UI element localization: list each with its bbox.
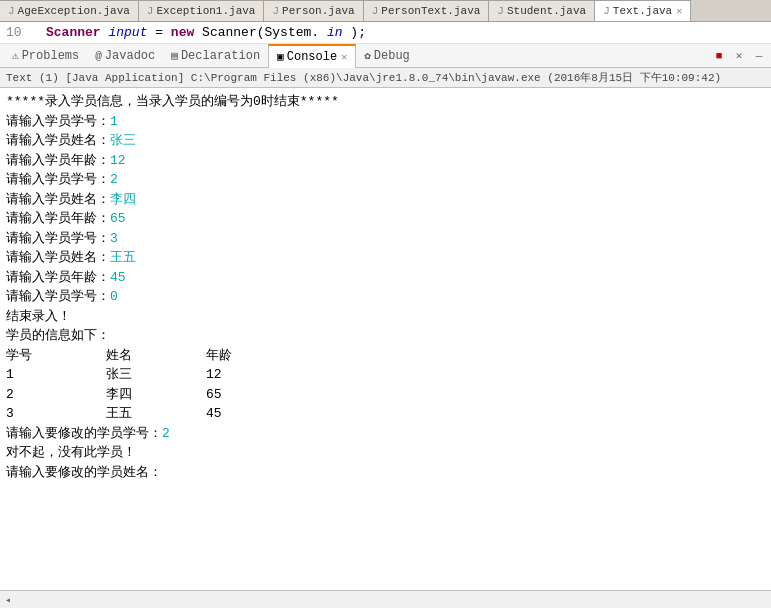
console-line-10: 请输入学员学号：0 [6,287,765,307]
console-output[interactable]: *****录入学员信息，当录入学员的编号为0时结束***** 请输入学员学号：1… [0,88,771,590]
java-icon: J [147,5,154,17]
java-icon: J [497,5,504,17]
console-line-2: 请输入学员姓名：张三 [6,131,765,151]
debug-icon: ✿ [364,49,371,62]
minimize-console-button[interactable]: — [751,48,767,64]
javadoc-icon: @ [95,50,102,62]
declaration-label: Declaration [181,49,260,63]
line-number: 10 [6,25,36,40]
code-line: 10 Scanner input = new Scanner(System. i… [0,22,771,44]
debug-label: Debug [374,49,410,63]
code-var-input: input [108,25,147,40]
tab-bar: J AgeException.java J Exception1.java J … [0,0,771,22]
tab-exception1[interactable]: J Exception1.java [139,0,265,22]
problems-label: Problems [22,49,80,63]
table-row-2: 2 李四 65 [6,385,765,405]
console-line-not-found: 对不起，没有此学员！ [6,443,765,463]
tab-declaration[interactable]: ▤ Declaration [163,44,268,68]
tab-person[interactable]: J Person.java [264,0,363,22]
console-wrapper: *****录入学员信息，当录入学员的编号为0时结束***** 请输入学员学号：1… [0,88,771,590]
tab-problems[interactable]: ⚠ Problems [4,44,87,68]
declaration-icon: ▤ [171,49,178,62]
console-line-modify-id: 请输入要修改的学员学号：2 [6,424,765,444]
java-icon: J [372,5,379,17]
tab-label: Exception1.java [156,5,255,17]
java-icon: J [272,5,279,17]
table-row-3: 3 王五 45 [6,404,765,424]
console-line-8: 请输入学员姓名：王五 [6,248,765,268]
tab-label: AgeException.java [18,5,130,17]
table-row-1: 1 张三 12 [6,365,765,385]
console-line-4: 请输入学员学号：2 [6,170,765,190]
code-keyword-new: new [171,25,194,40]
console-line-3: 请输入学员年龄：12 [6,151,765,171]
console-line-modify-name: 请输入要修改的学员姓名： [6,463,765,483]
tab-label: Person.java [282,5,355,17]
problems-icon: ⚠ [12,49,19,62]
tab-text[interactable]: J Text.java ✕ [595,0,691,22]
scroll-left-button[interactable]: ◂ [0,592,16,608]
tab-label: Text.java [613,5,672,17]
code-keyword-scanner: Scanner [46,25,101,40]
console-line-6: 请输入学员年龄：65 [6,209,765,229]
tab-javadoc[interactable]: @ Javadoc [87,44,163,68]
console-line-9: 请输入学员年龄：45 [6,268,765,288]
tab-age-exception[interactable]: J AgeException.java [0,0,139,22]
bottom-scroll-bar: ◂ [0,590,771,608]
console-close-badge[interactable]: ✕ [341,51,347,63]
java-icon: J [8,5,15,17]
console-icon: ▣ [277,50,284,63]
code-class-scanner: Scanner(System. [202,25,319,40]
tab-console[interactable]: ▣ Console ✕ [268,44,356,68]
tab-label: Student.java [507,5,586,17]
console-label: Console [287,50,337,64]
code-content: Scanner input = new Scanner(System. in )… [46,25,366,40]
console-line-info: 学员的信息如下： [6,326,765,346]
console-line-1: 请输入学员学号：1 [6,112,765,132]
toolbar-right: ■ ✕ — [711,48,767,64]
tab-debug[interactable]: ✿ Debug [356,44,418,68]
stop-button[interactable]: ■ [711,48,727,64]
tab-close-button[interactable]: ✕ [676,5,682,17]
table-header-row: 学号 姓名 年龄 [6,346,765,366]
tab-label: PersonText.java [381,5,480,17]
console-line-intro: *****录入学员信息，当录入学员的编号为0时结束***** [6,92,765,112]
view-toolbar: ⚠ Problems @ Javadoc ▤ Declaration ▣ Con… [0,44,771,68]
tab-person-text[interactable]: J PersonText.java [364,0,490,22]
console-line-7: 请输入学员学号：3 [6,229,765,249]
console-line-end: 结束录入！ [6,307,765,327]
status-line: Text (1) [Java Application] C:\Program F… [0,68,771,88]
code-var-in: in [327,25,343,40]
tab-student[interactable]: J Student.java [489,0,595,22]
console-line-5: 请输入学员姓名：李四 [6,190,765,210]
javadoc-label: Javadoc [105,49,155,63]
close-console-button[interactable]: ✕ [731,48,747,64]
java-icon: J [603,5,610,17]
